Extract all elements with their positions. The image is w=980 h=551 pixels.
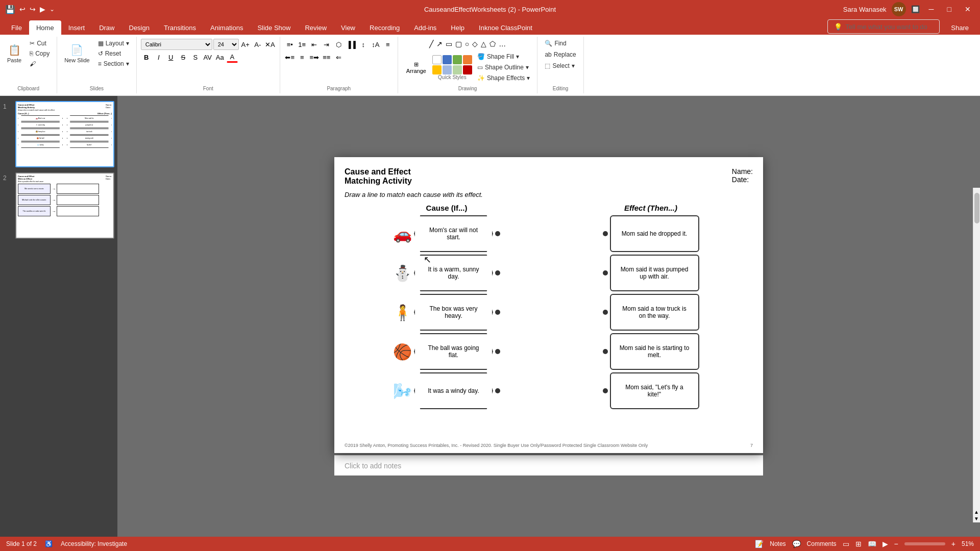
qs-item-4[interactable] <box>432 65 442 74</box>
comments-icon[interactable]: 💬 <box>792 540 801 548</box>
slide-thumb-img-2[interactable]: Cause and EffectWrite an Effect Name:Dat… <box>15 172 114 239</box>
shape-oval-icon[interactable]: ○ <box>464 39 470 49</box>
arrange-button[interactable]: ⊞ Arrange <box>402 59 430 76</box>
save-icon[interactable]: 💾 <box>5 5 15 14</box>
tab-review[interactable]: Review <box>298 20 334 35</box>
font-size-select[interactable]: 24 <box>213 39 239 50</box>
new-slide-button[interactable]: 📄 New Slide <box>61 42 93 65</box>
scroll-up-icon[interactable]: ▲ <box>974 509 979 515</box>
shape-rect-icon[interactable]: ▭ <box>445 39 453 49</box>
cut-button[interactable]: ✂ Cut <box>27 39 53 48</box>
bullets-button[interactable]: ≡• <box>284 39 296 50</box>
notes-placeholder-bar[interactable]: Click to add notes <box>334 455 763 475</box>
tab-inknoe[interactable]: Inknoe ClassPoint <box>472 20 540 35</box>
slide-show-icon[interactable]: ▶ <box>883 540 888 548</box>
shape-pentagon-icon[interactable]: ⬠ <box>488 39 497 49</box>
shape-outline-button[interactable]: ▭ Shape Outline ▾ <box>474 63 533 72</box>
section-button[interactable]: ≡ Section ▾ <box>95 59 132 68</box>
tab-animations[interactable]: Animations <box>203 20 250 35</box>
paste-button[interactable]: 📋 Paste <box>4 42 24 65</box>
shape-effects-button[interactable]: ✨ Shape Effects ▾ <box>474 73 533 83</box>
slide-sorter-icon[interactable]: ⊞ <box>855 540 862 548</box>
shape-line-icon[interactable]: ╱ <box>428 39 434 49</box>
qs-item-0[interactable] <box>432 55 442 64</box>
shape-rounded-rect-icon[interactable]: ▢ <box>454 39 463 49</box>
maximize-button[interactable]: □ <box>943 4 955 14</box>
italic-button[interactable]: I <box>153 52 164 63</box>
numbering-button[interactable]: 1≡ <box>297 39 308 50</box>
scroll-indicator[interactable] <box>973 188 980 522</box>
shape-more-icon[interactable]: … <box>498 39 507 49</box>
font-size-decrease-button[interactable]: A- <box>252 39 263 50</box>
justify-button[interactable]: ≡≡ <box>321 52 332 63</box>
select-button[interactable]: ⬚ Select ▾ <box>542 61 579 70</box>
qs-item-5[interactable] <box>443 65 452 74</box>
qs-item-1[interactable] <box>443 55 452 64</box>
tab-recording[interactable]: Recording <box>362 20 407 35</box>
find-button[interactable]: 🔍 Find <box>542 39 579 48</box>
qs-item-6[interactable] <box>453 65 462 74</box>
format-painter-button[interactable]: 🖌 <box>27 59 53 68</box>
undo-icon[interactable]: ↩ <box>19 5 26 13</box>
align-center-button[interactable]: ≡ <box>297 52 308 63</box>
qs-item-2[interactable] <box>453 55 462 64</box>
align-right-button[interactable]: ≡➡ <box>309 52 320 63</box>
align-left-button[interactable]: ⬅≡ <box>284 52 296 63</box>
line-spacing-button[interactable]: ↕ <box>358 39 369 50</box>
tab-file[interactable]: File <box>4 20 29 35</box>
slide-thumb-img-1[interactable]: Cause and EffectMatching Activity Name:D… <box>15 101 114 167</box>
underline-button[interactable]: U <box>165 52 177 63</box>
zoom-out-icon[interactable]: − <box>894 540 898 548</box>
smart-art-button[interactable]: ⬡ <box>333 39 345 50</box>
font-family-select[interactable]: Calibri <box>141 39 212 50</box>
tell-me-bar[interactable]: 💡 Tell me what you want to do <box>827 19 940 34</box>
strikethrough-button[interactable]: S <box>178 52 189 63</box>
close-button[interactable]: ✕ <box>961 4 975 14</box>
tab-home[interactable]: Home <box>29 20 61 35</box>
slide-thumb-1[interactable]: 1 Cause and EffectMatching Activity Name… <box>3 101 114 167</box>
tab-design[interactable]: Design <box>122 20 157 35</box>
text-shadow-button[interactable]: S <box>190 52 201 63</box>
normal-view-icon[interactable]: ▭ <box>843 540 849 548</box>
increase-indent-button[interactable]: ⇥ <box>321 39 332 50</box>
columns-button[interactable]: ▐▐ <box>346 39 357 50</box>
present-icon[interactable]: ▶ <box>40 5 45 13</box>
decrease-indent-button[interactable]: ⇤ <box>309 39 320 50</box>
clear-format-button[interactable]: ✕A <box>264 39 276 50</box>
bold-button[interactable]: B <box>141 52 152 63</box>
qs-item-7[interactable] <box>463 65 472 74</box>
tab-addins[interactable]: Add-ins <box>407 20 444 35</box>
shape-diamond-icon[interactable]: ◇ <box>471 39 479 49</box>
zoom-in-icon[interactable]: + <box>951 540 955 548</box>
char-spacing-button[interactable]: AV <box>202 52 213 63</box>
notes-button[interactable]: 📝 <box>755 540 764 548</box>
tab-view[interactable]: View <box>334 20 362 35</box>
zoom-slider[interactable] <box>904 542 945 545</box>
reading-view-icon[interactable]: 📖 <box>868 540 876 548</box>
reset-button[interactable]: ↺ Reset <box>95 49 132 58</box>
shape-triangle-icon[interactable]: △ <box>480 39 487 49</box>
ribbon-collapse-icon[interactable]: 🔲 <box>911 5 920 13</box>
tab-insert[interactable]: Insert <box>61 20 92 35</box>
slide-thumb-2[interactable]: 2 Cause and EffectWrite an Effect Name:D… <box>3 172 114 239</box>
qs-item-3[interactable] <box>463 55 472 64</box>
tab-draw[interactable]: Draw <box>92 20 121 35</box>
rtl-button[interactable]: ⇐ <box>333 52 345 63</box>
align-text-button[interactable]: ≡ <box>382 39 394 50</box>
text-direction-button[interactable]: ↕A <box>370 39 381 50</box>
replace-button[interactable]: ab Replace <box>542 50 579 59</box>
minimize-button[interactable]: ─ <box>925 4 938 14</box>
more-qat-icon[interactable]: ⌄ <box>50 6 55 13</box>
layout-button[interactable]: ▦ Layout ▾ <box>95 39 132 48</box>
scroll-thumb[interactable] <box>974 193 979 223</box>
tab-slideshow[interactable]: Slide Show <box>250 20 298 35</box>
copy-button[interactable]: ⎘ Copy <box>27 49 53 58</box>
tab-help[interactable]: Help <box>444 20 472 35</box>
font-size-increase-button[interactable]: A+ <box>240 39 251 50</box>
shape-arrow-icon[interactable]: ↗ <box>435 39 444 49</box>
scroll-down-icon[interactable]: ▼ <box>974 516 979 521</box>
change-case-button[interactable]: Aa <box>214 52 226 63</box>
tab-transitions[interactable]: Transitions <box>157 20 203 35</box>
font-color-button[interactable]: A <box>227 52 238 63</box>
shape-fill-button[interactable]: 🪣 Shape Fill ▾ <box>474 52 533 61</box>
